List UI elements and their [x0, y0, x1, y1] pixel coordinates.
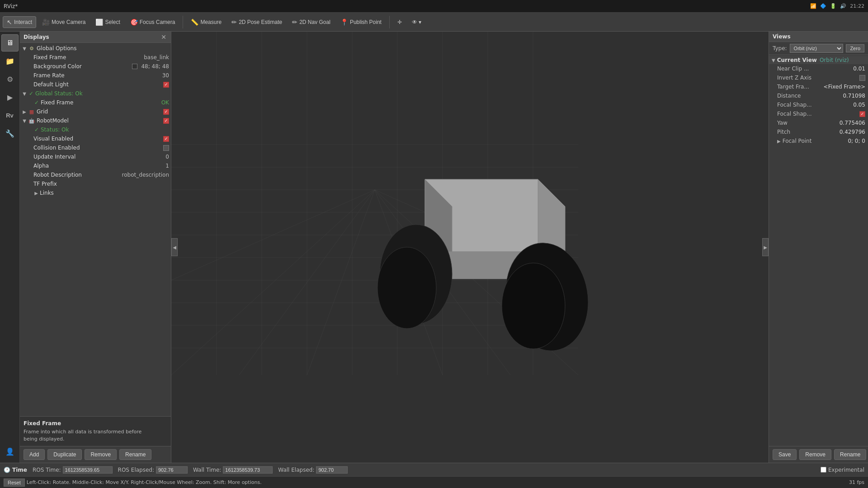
views-remove-button[interactable]: Remove [799, 449, 831, 460]
focal-point-row[interactable]: ▶ Focal Point 0; 0; 0 [769, 136, 868, 145]
collision-enabled-checkbox[interactable] [163, 145, 169, 151]
yaw-label: Yaw [777, 120, 840, 126]
ros-time-label: ROS Time: [33, 467, 61, 473]
measure-button[interactable]: 📏 Measure [187, 16, 226, 28]
sidebar-terminal-button[interactable]: ▶ [1, 89, 19, 106]
frame-rate-label: Frame Rate [33, 72, 160, 79]
visual-enabled-label: Visual Enabled [33, 136, 163, 142]
alpha-row[interactable]: Alpha 1 [20, 161, 171, 170]
links-arrow: ▶ [33, 190, 39, 196]
grid-row[interactable]: ▶ ▦ Grid ✓ [20, 107, 171, 116]
sidebar-folder-button[interactable]: 📁 [1, 52, 19, 70]
target-frame-row[interactable]: Target Fra... <Fixed Frame> [769, 82, 868, 91]
robot-status-check: ✓ [33, 127, 40, 133]
default-light-checkbox[interactable]: ✓ [163, 82, 169, 88]
frame-rate-row[interactable]: Frame Rate 30 [20, 71, 171, 80]
wall-time-input[interactable] [223, 466, 273, 474]
pose-estimate-button[interactable]: ✏ 2D Pose Estimate [227, 16, 286, 28]
publish-point-button[interactable]: 📍 Publish Point [336, 16, 386, 28]
rename-button[interactable]: Rename [119, 449, 151, 460]
visual-enabled-checkbox[interactable]: ✓ [163, 136, 169, 142]
titlebar-icons: 📶 🔷 🔋 🔊 21:22 [810, 3, 864, 9]
grid-icon: ▦ [28, 108, 35, 115]
tooltip-body: Frame into which all data is transformed… [24, 428, 167, 442]
viewport[interactable]: .grid-line { stroke: #555; stroke-width:… [171, 32, 769, 463]
viewport-collapse-left-button[interactable]: ◀ [171, 238, 178, 256]
sidebar-rviz-button[interactable]: Rv [1, 107, 19, 124]
axes-button[interactable]: ✛ [393, 17, 406, 28]
nav-goal-button[interactable]: ✏ 2D Nav Goal [288, 16, 335, 28]
views-rename-button[interactable]: Rename [834, 449, 866, 460]
timebar-experimental: Experimental [821, 467, 864, 473]
tf-prefix-row[interactable]: TF Prefix [20, 179, 171, 188]
focus-camera-button[interactable]: 🎯 Focus Camera [126, 16, 179, 28]
interact-button[interactable]: ↖ Interact [3, 16, 36, 28]
global-options-row[interactable]: ▼ ⚙ Global Options [20, 44, 171, 53]
focal-shape2-checkbox[interactable]: ✓ [859, 111, 865, 117]
svg-point-34 [502, 263, 565, 349]
nav-goal-icon: ✏ [292, 19, 297, 26]
ros-time-input[interactable] [63, 466, 113, 474]
near-clip-row[interactable]: Near Clip ... 0.01 [769, 64, 868, 73]
pitch-label: Pitch [777, 129, 840, 135]
tooltip-title: Fixed Frame [24, 420, 167, 427]
robot-status-row[interactable]: ✓ Status: Ok [20, 125, 171, 134]
add-button[interactable]: Add [24, 449, 45, 460]
remove-button[interactable]: Remove [85, 449, 117, 460]
displays-title: Displays [24, 34, 49, 40]
links-row[interactable]: ▶ Links [20, 188, 171, 197]
frame-rate-value: 30 [162, 72, 169, 79]
ros-elapsed-input[interactable] [156, 466, 188, 474]
window-title: RViz* [4, 3, 18, 9]
sidebar-wrench-button[interactable]: 🔧 [1, 125, 19, 142]
robot-model-row[interactable]: ▼ 🤖 RobotModel ✓ [20, 116, 171, 125]
sidebar-settings-button[interactable]: ⚙ [1, 70, 19, 88]
grid-checkbox[interactable]: ✓ [163, 109, 169, 115]
collision-enabled-row[interactable]: Collision Enabled [20, 143, 171, 152]
displays-tree[interactable]: ▼ ⚙ Global Options Fixed Frame base_link… [20, 43, 171, 416]
robot-description-row[interactable]: Robot Description robot_description [20, 170, 171, 179]
move-camera-button[interactable]: 🎥 Move Camera [38, 16, 90, 28]
fixed-frame-row[interactable]: Fixed Frame base_link [20, 53, 171, 62]
select-button[interactable]: ⬜ Select [91, 16, 124, 28]
ros-elapsed-label: ROS Elapsed: [118, 467, 154, 473]
duplicate-button[interactable]: Duplicate [47, 449, 82, 460]
background-color-row[interactable]: Background Color 48; 48; 48 [20, 62, 171, 71]
invert-z-row[interactable]: Invert Z Axis [769, 73, 868, 82]
views-save-button[interactable]: Save [773, 449, 797, 460]
near-clip-label: Near Clip ... [777, 66, 853, 72]
invert-z-checkbox[interactable] [859, 75, 865, 81]
experimental-checkbox[interactable] [821, 467, 826, 473]
robot-model-icon: 🤖 [28, 117, 35, 124]
robot-model-checkbox[interactable]: ✓ [163, 118, 169, 124]
global-status-row[interactable]: ▼ ✓ Global Status: Ok [20, 89, 171, 98]
global-status-label: Global Status: Ok [35, 90, 169, 97]
sidebar-monitor-button[interactable]: 🖥 [1, 34, 19, 52]
default-light-row[interactable]: Default Light ✓ [20, 80, 171, 89]
pitch-row[interactable]: Pitch 0.429796 [769, 127, 868, 136]
battery-icon: 🔋 [830, 3, 836, 9]
current-view-header[interactable]: ▼ Current View Orbit (rviz) [769, 56, 868, 64]
displays-close-button[interactable]: ✕ [160, 33, 167, 41]
view-dropdown-button[interactable]: 👁 ▾ [408, 17, 425, 28]
move-camera-icon: 🎥 [42, 19, 50, 26]
views-type-row: Type: Orbit (rviz) Zero [769, 42, 868, 55]
wall-elapsed-input[interactable] [316, 466, 348, 474]
focal-shape2-row[interactable]: Focal Shap... ✓ [769, 109, 868, 118]
views-type-select[interactable]: Orbit (rviz) [790, 44, 844, 53]
update-interval-row[interactable]: Update Interval 0 [20, 152, 171, 161]
focal-shape1-row[interactable]: Focal Shap... 0.05 [769, 100, 868, 109]
wall-time-group: Wall Time: [193, 466, 273, 474]
distance-row[interactable]: Distance 0.71098 [769, 91, 868, 100]
yaw-value: 0.775406 [840, 120, 865, 126]
target-frame-value: <Fixed Frame> [824, 84, 865, 90]
yaw-row[interactable]: Yaw 0.775406 [769, 118, 868, 127]
views-zero-button[interactable]: Zero [846, 44, 864, 52]
fixed-frame-status-value: OK [161, 99, 169, 106]
visual-enabled-row[interactable]: Visual Enabled ✓ [20, 134, 171, 143]
viewport-collapse-right-button[interactable]: ▶ [762, 238, 769, 256]
robot-description-value: robot_description [122, 172, 169, 178]
reset-button[interactable]: Reset [4, 479, 25, 487]
fixed-frame-status-row[interactable]: ✓ Fixed Frame OK [20, 98, 171, 107]
sidebar-user-button[interactable]: 👤 [1, 443, 19, 460]
